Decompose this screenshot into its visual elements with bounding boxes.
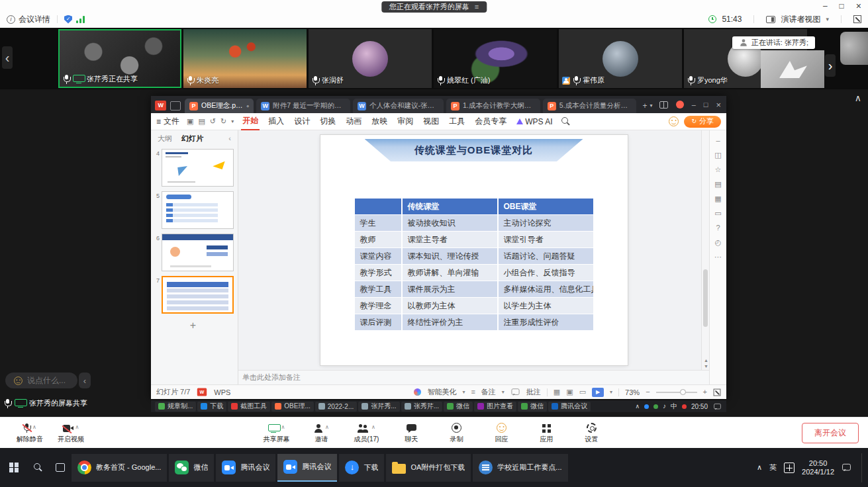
- ribbon-tab-design[interactable]: 设计: [293, 113, 311, 130]
- zoom-slider-thumb[interactable]: [680, 389, 686, 395]
- zoom-in-icon[interactable]: [703, 388, 707, 396]
- wps-close-icon[interactable]: [716, 101, 721, 109]
- chat-input-wrap[interactable]: [5, 373, 77, 388]
- ime-icon[interactable]: [784, 463, 795, 473]
- members-button[interactable]: 成员(17): [346, 421, 387, 444]
- tray-app-icon[interactable]: [682, 404, 687, 409]
- chevron-up-icon[interactable]: [32, 425, 36, 433]
- zoom-slider[interactable]: [656, 392, 697, 393]
- share-screen-button[interactable]: 共享屏幕: [256, 421, 297, 444]
- taskbar-app-oa-folder[interactable]: OA附件打包下载: [386, 454, 471, 482]
- taskbar-app-chrome[interactable]: 教务首页 - Google...: [72, 454, 167, 482]
- member-smiley-icon[interactable]: [669, 116, 679, 126]
- reactions-button[interactable]: 回应: [481, 421, 522, 444]
- action-center-icon[interactable]: [842, 464, 851, 471]
- ribbon-tab-member[interactable]: 会员专享: [473, 113, 508, 130]
- ribbon-tab-home[interactable]: 开始: [241, 113, 260, 130]
- shared-taskbar-app[interactable]: 图片查看: [474, 402, 516, 412]
- maximize-window-icon[interactable]: [840, 2, 844, 10]
- wps-logo[interactable]: W: [155, 101, 166, 111]
- document-tab[interactable]: P OBE理念.pptx: [185, 99, 254, 113]
- pin-icon[interactable]: [246, 103, 249, 110]
- scroll-right-button[interactable]: [825, 54, 836, 77]
- participant-tile[interactable]: 姚翠红 (广油): [434, 29, 557, 88]
- undo-icon[interactable]: [210, 118, 216, 125]
- save-icon[interactable]: [187, 118, 193, 125]
- taskbar-app-downloads[interactable]: 下载: [339, 454, 384, 482]
- language-indicator[interactable]: 英: [769, 463, 777, 472]
- sorter-view-icon[interactable]: [566, 388, 573, 396]
- task-view-button[interactable]: [49, 453, 72, 482]
- ime-indicator[interactable]: 中: [671, 402, 677, 411]
- shape-pane-icon[interactable]: [714, 210, 721, 217]
- shared-taskbar-app[interactable]: 腾讯会议: [548, 402, 591, 412]
- document-tab[interactable]: P 5.成本会计质量分析表-2: [543, 99, 636, 113]
- print-icon[interactable]: [198, 118, 205, 125]
- chevron-up-icon[interactable]: [75, 425, 79, 433]
- favorites-icon[interactable]: [715, 166, 722, 173]
- view-mode-selector[interactable]: 演讲者视图: [781, 14, 820, 25]
- floating-video-thumbnail[interactable]: [761, 50, 824, 88]
- taskbar-app-meeting[interactable]: 腾讯会议: [216, 454, 275, 482]
- collapse-panel-icon[interactable]: [228, 135, 231, 142]
- chat-input[interactable]: [27, 376, 70, 385]
- add-slide-button[interactable]: +: [152, 318, 234, 334]
- ribbon-tab-view[interactable]: 视图: [422, 113, 440, 130]
- new-document-icon[interactable]: [170, 101, 181, 111]
- slide-canvas[interactable]: 传统课堂与OBE课堂对比 传统课堂 OBE课堂 学生 被: [238, 130, 709, 370]
- normal-view-icon[interactable]: [554, 388, 560, 396]
- shared-taskbar-app[interactable]: 规章制...: [155, 402, 196, 412]
- chevron-down-icon[interactable]: [502, 390, 505, 395]
- collapse-chat-icon[interactable]: [79, 373, 91, 388]
- settings-button[interactable]: 设置: [571, 421, 612, 444]
- document-tab[interactable]: P 1.成本会计教学大纲和计: [446, 99, 540, 113]
- slide-thumbnail[interactable]: [162, 234, 234, 271]
- slideshow-play-button[interactable]: [592, 388, 604, 397]
- vertical-scrollbar[interactable]: [701, 130, 709, 370]
- participant-tile[interactable]: 张润舒: [309, 29, 432, 88]
- promotion-gift-icon[interactable]: [676, 101, 684, 109]
- chevron-up-icon[interactable]: [371, 425, 375, 433]
- notification-icon[interactable]: [714, 403, 721, 409]
- wps-minimize-icon[interactable]: [692, 101, 696, 109]
- help-icon[interactable]: [716, 224, 720, 232]
- split-view-icon[interactable]: [659, 101, 668, 109]
- document-tab[interactable]: W 附件7 最近一学期的教学: [256, 99, 350, 113]
- tab-slides[interactable]: 幻灯片: [181, 134, 203, 144]
- taskbar-app-wechat[interactable]: 微信: [169, 454, 214, 482]
- tab-outline[interactable]: 大纲: [158, 134, 172, 144]
- layout-pane-icon[interactable]: [714, 181, 721, 188]
- taskbar-app-school-doc[interactable]: 学校近期工作要点...: [473, 454, 567, 482]
- chevron-up-icon[interactable]: [281, 425, 285, 433]
- scrollbar-thumb[interactable]: [703, 269, 708, 327]
- slide-thumbnail-selected[interactable]: [162, 276, 234, 314]
- fullscreen-icon[interactable]: [853, 15, 861, 23]
- participant-tile[interactable]: 朱炎亮: [183, 29, 307, 88]
- chevron-down-icon[interactable]: [462, 390, 465, 395]
- ribbon-tab-tools[interactable]: 工具: [448, 113, 466, 130]
- taskbar-clock[interactable]: 20:50 2024/1/12: [802, 459, 834, 476]
- notes-button[interactable]: 备注: [481, 387, 496, 397]
- redo-icon[interactable]: [220, 118, 226, 125]
- shared-taskbar-app[interactable]: 下载: [197, 402, 226, 412]
- share-button[interactable]: 分享: [684, 116, 721, 128]
- show-desktop-strip[interactable]: [861, 453, 864, 482]
- security-shield-icon[interactable]: ✓: [64, 15, 72, 24]
- taskbar-search-button[interactable]: [26, 453, 49, 482]
- shared-taskbar-app[interactable]: OBE理...: [271, 402, 313, 412]
- fit-window-icon[interactable]: [714, 388, 721, 396]
- banner-menu-icon[interactable]: [475, 3, 479, 11]
- next-slide-icon[interactable]: [704, 364, 708, 369]
- history-icon[interactable]: [715, 239, 722, 246]
- start-video-button[interactable]: 开启视频: [50, 421, 91, 444]
- zoom-out-icon[interactable]: [646, 388, 650, 396]
- tray-app-icon[interactable]: [644, 404, 649, 409]
- beautify-button[interactable]: 智能美化: [427, 387, 456, 397]
- wps-maximize-icon[interactable]: [704, 101, 708, 109]
- close-window-icon[interactable]: [856, 1, 861, 11]
- clipboard-icon[interactable]: [714, 152, 721, 159]
- tray-expand-icon[interactable]: [757, 464, 762, 471]
- invite-button[interactable]: 邀请: [301, 421, 342, 444]
- shared-taskbar-app[interactable]: 2022-2...: [315, 402, 357, 412]
- previous-slide-icon[interactable]: [704, 358, 708, 363]
